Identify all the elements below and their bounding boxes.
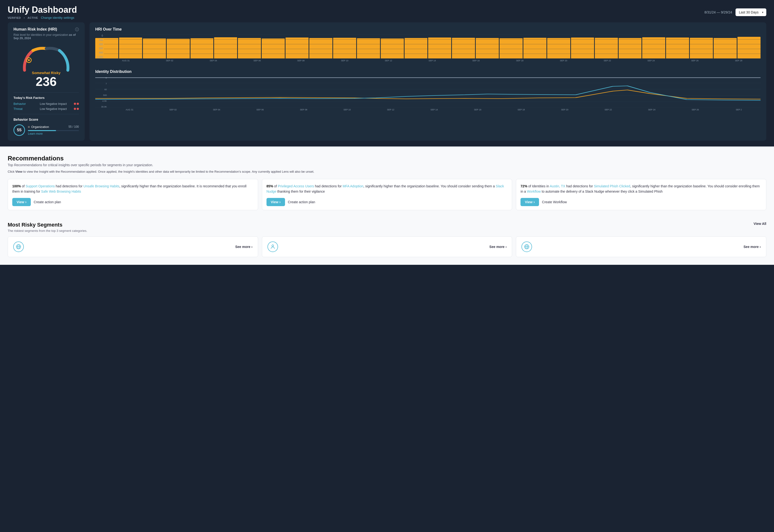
segments-header: Most Risky Segments View All bbox=[8, 222, 766, 228]
rec-card-1: 100% of Support Operations had detection… bbox=[8, 179, 258, 210]
grid-line-4 bbox=[104, 54, 761, 54]
threat-desc: Low Negative Impact bbox=[33, 107, 74, 111]
bar-18 bbox=[500, 38, 523, 58]
bar-chart: 1,000 800 600 400 200 0 bbox=[95, 34, 761, 66]
bar-3 bbox=[143, 38, 166, 58]
bar-16 bbox=[452, 38, 475, 58]
sim-phish-link[interactable]: Simulated Phish Clicked bbox=[594, 184, 630, 188]
create-workflow-btn[interactable]: Create Workflow bbox=[542, 200, 567, 204]
safe-browsing-link[interactable]: Safe Web Browsing Habits bbox=[41, 190, 81, 193]
risk-factors-title: Today's Risk Factors bbox=[13, 96, 79, 100]
create-action-plan-2[interactable]: Create action plan bbox=[288, 200, 315, 204]
header-tags: VERIFIED • ACTIVE Change identity settin… bbox=[8, 16, 77, 19]
segment-card-3: See more bbox=[516, 236, 766, 257]
rec-card-2-text: 85% of Privileged Access Users had detec… bbox=[266, 184, 508, 194]
time-range-dropdown-wrap: Last 30 Days Last 7 Days Last 90 Days bbox=[736, 8, 766, 16]
grid-line-2 bbox=[104, 44, 761, 44]
gauge-container: Somewhat Risky 236 bbox=[13, 44, 79, 89]
score-circle: 55 bbox=[13, 124, 25, 136]
org-dot bbox=[28, 126, 30, 128]
behavior-link[interactable]: Behavior bbox=[13, 102, 33, 106]
risk-factor-threat: Threat Low Negative Impact bbox=[13, 107, 79, 111]
score-bar bbox=[28, 130, 79, 131]
hri-panel-header: Human Risk Index (HRI) ⓘ bbox=[13, 27, 79, 32]
recommendations-note: Click View to view the Insight with the … bbox=[8, 169, 766, 174]
hri-panel: Human Risk Index (HRI) ⓘ Risk level for … bbox=[8, 22, 85, 141]
unsafe-browsing-link[interactable]: Unsafe Browsing Habits bbox=[83, 184, 119, 188]
bar-chart-wrapper: 1,000 800 600 400 200 0 bbox=[95, 34, 761, 58]
dot4 bbox=[77, 108, 79, 110]
org-label: Organization bbox=[31, 125, 49, 129]
bar-17 bbox=[476, 38, 499, 58]
gauge-label: Somewhat Risky 236 bbox=[32, 71, 60, 89]
segments-title: Most Risky Segments bbox=[8, 222, 62, 228]
priv-access-link[interactable]: Privileged Access Users bbox=[278, 184, 314, 188]
rec-card-3-text: 72% of Identities in Austin, TX had dete… bbox=[520, 184, 762, 194]
svg-point-11 bbox=[272, 245, 273, 247]
bar-22 bbox=[595, 38, 618, 58]
threat-dots bbox=[74, 108, 79, 110]
support-ops-link[interactable]: Support Operations bbox=[25, 184, 55, 188]
rec-1-actions: View Create action plan bbox=[12, 198, 254, 206]
learn-more-link[interactable]: Learn more bbox=[28, 132, 79, 135]
line-chart-inner bbox=[95, 77, 761, 108]
recommendations-section: Recommendations Top Recommendations for … bbox=[0, 148, 774, 216]
behavior-desc: Low Negative Impact bbox=[33, 102, 74, 106]
svg-point-1 bbox=[28, 59, 30, 61]
view-btn-1[interactable]: View bbox=[12, 198, 31, 206]
view-btn-2[interactable]: View bbox=[266, 198, 285, 206]
bar-20 bbox=[547, 38, 570, 58]
identity-distribution-title: Identity Distribution bbox=[95, 70, 761, 74]
see-more-1[interactable]: See more bbox=[235, 245, 253, 249]
hri-over-time-title: HRI Over Time bbox=[95, 27, 761, 32]
bar-8 bbox=[262, 38, 285, 58]
bar-13 bbox=[381, 38, 404, 58]
charts-panel: HRI Over Time 1,000 800 600 400 200 0 bbox=[89, 22, 766, 141]
see-more-2[interactable]: See more bbox=[489, 245, 507, 249]
bar-9 bbox=[285, 38, 309, 58]
see-more-3[interactable]: See more bbox=[743, 245, 761, 249]
view-all-link[interactable]: View All bbox=[754, 222, 766, 226]
behavior-score-title: Behavior Score bbox=[13, 118, 79, 121]
rec-card-1-text: 100% of Support Operations had detection… bbox=[12, 184, 254, 194]
header-left: Unify Dashboard VERIFIED • ACTIVE Change… bbox=[8, 5, 77, 19]
segment-card-1: See more bbox=[8, 236, 258, 257]
rec-card-2: 85% of Privileged Access Users had detec… bbox=[262, 179, 512, 210]
bar-11 bbox=[333, 38, 356, 58]
tag-verified: VERIFIED bbox=[8, 16, 21, 19]
change-identity-link[interactable]: Change identity settings bbox=[41, 16, 74, 19]
bar-24 bbox=[642, 37, 665, 58]
bars-container bbox=[95, 34, 761, 58]
behavior-dots bbox=[74, 103, 79, 105]
behavior-row: 55 Organization 55 / 100 Learn more bbox=[13, 124, 79, 136]
gauge-status: Somewhat Risky bbox=[32, 71, 60, 75]
rec-cards: 100% of Support Operations had detection… bbox=[8, 179, 766, 210]
grid-line-top bbox=[104, 34, 761, 35]
bar-5 bbox=[190, 38, 214, 58]
austin-tx-link[interactable]: Austin, TX bbox=[550, 184, 565, 188]
line-chart-svg bbox=[95, 77, 761, 108]
time-range-dropdown[interactable]: Last 30 Days Last 7 Days Last 90 Days bbox=[736, 8, 766, 16]
globe-icon-2 bbox=[521, 241, 532, 252]
gauge-svg bbox=[20, 44, 73, 73]
recommendations-subtitle: Top Recommendations for critical insight… bbox=[8, 163, 766, 167]
recommendations-title: Recommendations bbox=[8, 155, 766, 162]
hri-title: Human Risk Index (HRI) bbox=[13, 27, 57, 32]
behavior-score-section: Behavior Score 55 Organization 55 / 100 … bbox=[13, 114, 79, 136]
view-btn-3[interactable]: View bbox=[520, 198, 539, 206]
header: Unify Dashboard VERIFIED • ACTIVE Change… bbox=[0, 0, 774, 22]
bar-26 bbox=[690, 38, 713, 58]
behavior-org-row: Organization 55 / 100 bbox=[28, 125, 79, 129]
mfa-adoption-link[interactable]: MFA Adoption bbox=[343, 184, 363, 188]
workflow-link[interactable]: Workflow bbox=[527, 190, 541, 193]
bar-21 bbox=[571, 38, 594, 58]
bar-12 bbox=[357, 38, 380, 58]
threat-link[interactable]: Threat bbox=[13, 107, 33, 111]
risk-factor-behavior: Behavior Low Negative Impact bbox=[13, 102, 79, 106]
rec-2-actions: View Create action plan bbox=[266, 198, 508, 206]
bar-15 bbox=[428, 38, 451, 58]
bar-2 bbox=[119, 38, 142, 58]
info-icon[interactable]: ⓘ bbox=[75, 27, 79, 32]
behavior-details: Organization 55 / 100 Learn more bbox=[28, 125, 79, 135]
create-action-plan-1[interactable]: Create action plan bbox=[34, 200, 61, 204]
